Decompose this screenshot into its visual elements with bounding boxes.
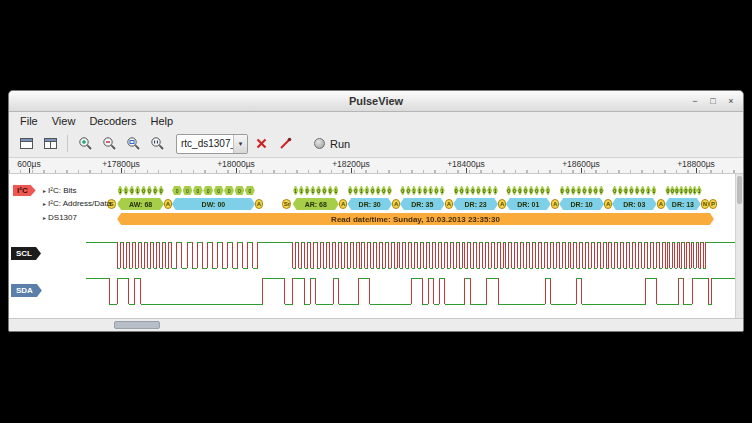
menu-file[interactable]: File [13, 114, 45, 128]
new-session-button[interactable] [15, 133, 37, 155]
annotation-bit: 0 [635, 186, 640, 195]
zoom-out-button[interactable] [98, 133, 120, 155]
channel-tag-sda[interactable]: SDA [11, 284, 42, 297]
vertical-scrollbar-thumb[interactable] [737, 176, 742, 204]
annotation-bit: 0 [599, 186, 604, 195]
annotation-bit: 1 [310, 186, 315, 195]
annotation-bit: 1 [333, 186, 338, 195]
probe-button[interactable] [274, 133, 296, 155]
row-label-text: I²C: Bits [48, 186, 76, 195]
run-button[interactable]: Run [306, 133, 358, 155]
vertical-scrollbar[interactable] [735, 174, 743, 318]
annotation-bit: 1 [411, 186, 416, 195]
annotation-bit: 0 [400, 186, 405, 195]
zoom-in-button[interactable] [74, 133, 96, 155]
annotation-bit: 1 [293, 186, 298, 195]
annotation-bit: 0 [640, 186, 645, 195]
titlebar[interactable]: PulseView − □ × [9, 91, 743, 112]
zoom-fit-icon [126, 136, 141, 151]
close-button[interactable]: × [723, 94, 739, 108]
run-state-icon [314, 138, 325, 149]
annotation-bit: 1 [465, 186, 470, 195]
ruler-tick [581, 168, 582, 173]
annotation-bit: 0 [571, 186, 576, 195]
annotation-bit: 0 [523, 186, 528, 195]
annotation-bit: 0 [406, 186, 411, 195]
expand-arrow-icon: ▸ [43, 200, 46, 207]
annotation-bit: 1 [545, 186, 550, 195]
toolbar: rtc_ds1307_2… ▾ Run [9, 130, 743, 158]
annotation-mark-sr: Sr [282, 199, 291, 209]
scrollbar-thumb[interactable] [114, 321, 160, 329]
annotation-bit: 0 [593, 186, 598, 195]
sda-waveform [86, 274, 736, 308]
zoom-one-to-one-button[interactable] [146, 133, 168, 155]
zoom-out-icon [102, 136, 117, 151]
menu-view[interactable]: View [45, 114, 83, 128]
annotation-data-byte: DR: 01 [506, 198, 551, 210]
annotation-bit: 0 [459, 186, 464, 195]
new-view-icon [43, 136, 58, 151]
minimize-button[interactable]: − [687, 94, 703, 108]
annotation-bit: 0 [612, 186, 617, 195]
annotation-bit: 0 [141, 186, 146, 195]
annotation-data-byte: DR: 23 [453, 198, 498, 210]
annotation-bit: 0 [235, 186, 245, 195]
decoder-tag-i2c[interactable]: I²C [13, 185, 36, 196]
maximize-button[interactable]: □ [705, 94, 721, 108]
menu-help[interactable]: Help [143, 114, 180, 128]
annotation-bit: 1 [651, 186, 656, 195]
annotation-bit: 1 [679, 186, 684, 195]
annotation-data-byte: DR: 30 [347, 198, 392, 210]
annotation-data-byte: DR: 03 [612, 198, 657, 210]
annotation-bit: 0 [434, 186, 439, 195]
menubar: File View Decoders Help [9, 112, 743, 130]
zoom-one-to-one-icon [150, 136, 165, 151]
annotation-bit: 1 [359, 186, 364, 195]
annotation-bit: 0 [482, 186, 487, 195]
annotation-bit: 0 [683, 186, 688, 195]
decoder-row-label-bits[interactable]: ▸ I²C: Bits [43, 186, 76, 195]
zoom-fit-button[interactable] [122, 133, 144, 155]
annotation-data-byte: DR: 35 [400, 198, 445, 210]
ruler-tick [29, 168, 30, 173]
annotation-bit: 0 [506, 186, 511, 195]
channel-tag-scl[interactable]: SCL [11, 247, 41, 260]
trace-view[interactable]: 1101000000000000110100010011000000110101… [9, 174, 743, 318]
annotation-mark-a: A [445, 199, 453, 209]
annotation-mark-a: A [255, 199, 263, 209]
file-combobox[interactable]: rtc_ds1307_2… ▾ [176, 134, 248, 154]
decoder-row-label-ds1307[interactable]: ▸ DS1307 [43, 213, 77, 222]
annotation-bit: 0 [512, 186, 517, 195]
annotation-bit: 1 [299, 186, 304, 195]
annotation-bit: 0 [203, 186, 213, 195]
annotation-bit: 0 [353, 186, 358, 195]
decoder-row-ds1307: Read date/time: Sunday, 10.03.2013 23:35… [86, 213, 736, 225]
annotation-bit: 0 [470, 186, 475, 195]
horizontal-scrollbar[interactable] [9, 318, 743, 331]
annotation-bit: 0 [560, 186, 565, 195]
annotation-mark-a: A [498, 199, 506, 209]
row-label-text: DS1307 [48, 213, 77, 222]
annotation-bit: 0 [376, 186, 381, 195]
annotation-bit: 0 [629, 186, 634, 195]
ruler-tick [121, 168, 122, 173]
annotation-bit: 0 [618, 186, 623, 195]
close-file-icon [255, 137, 268, 150]
close-file-button[interactable] [250, 133, 272, 155]
menu-decoders[interactable]: Decoders [82, 114, 143, 128]
decoder-row-label-address-data[interactable]: ▸ I²C: Address/Data [43, 199, 111, 208]
desktop-background: PulseView − □ × File View Decoders Help [0, 0, 752, 423]
annotation-bit: 0 [529, 186, 534, 195]
annotation-mark-a: A [604, 199, 612, 209]
annotation-bit: 0 [517, 186, 522, 195]
new-view-button[interactable] [39, 133, 61, 155]
annotation-summary: Read date/time: Sunday, 10.03.2013 23:35… [117, 213, 714, 225]
scl-waveform [86, 238, 736, 272]
annotation-mark-a: A [392, 199, 400, 209]
annotation-bit: 1 [440, 186, 445, 195]
annotation-address-byte: AW: 68 [117, 198, 164, 210]
ruler-tick [466, 168, 467, 173]
annotation-bit: 0 [381, 186, 386, 195]
annotation-bit: 1 [118, 186, 123, 195]
